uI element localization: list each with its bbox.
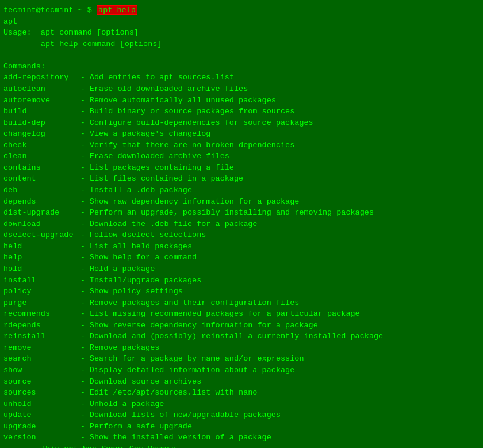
table-row: deb - Install a .deb package <box>3 185 383 196</box>
table-row: build-dep - Configure build-dependencies… <box>3 117 383 129</box>
command-name: purge <box>3 297 80 309</box>
command-name: deb <box>3 185 80 196</box>
command-desc: - Erase old downloaded archive files <box>80 83 384 95</box>
command-name: show <box>3 365 80 376</box>
table-row: upgrade - Perform a safe upgrade <box>3 421 383 432</box>
table-row: help - Show help for a command <box>3 252 383 263</box>
command-name: content <box>3 173 80 185</box>
command-name: search <box>3 353 80 365</box>
command-name: dist-upgrade <box>3 207 80 219</box>
command-name: policy <box>3 286 80 297</box>
command-desc: - Verify that there are no broken depend… <box>80 140 384 151</box>
apt-line: apt <box>3 16 480 28</box>
prompt-line-1: tecmint@tecmint ~ $ apt help <box>3 5 480 16</box>
table-row: dselect-upgrade - Follow dselect selecti… <box>3 229 383 241</box>
command-desc: - Show the installed version of a packag… <box>80 432 384 443</box>
command-name: upgrade <box>3 421 80 432</box>
table-row: depends - Show raw dependency informatio… <box>3 196 383 208</box>
command-name: check <box>3 140 80 151</box>
command-highlight: apt help <box>97 5 137 15</box>
table-row: dist-upgrade - Perform an upgrade, possi… <box>3 207 383 219</box>
command-name: dselect-upgrade <box>3 229 80 241</box>
super-cow-line: This apt has Super Cow Powers <box>3 443 480 448</box>
table-row: changelog - View a package's changelog <box>3 128 383 140</box>
command-name: autoremove <box>3 95 80 106</box>
blank-line-1 <box>3 49 480 61</box>
command-desc: - Download lists of new/upgradable packa… <box>80 409 384 421</box>
command-desc: - Show reverse dependency information fo… <box>80 320 384 331</box>
command-name: unhold <box>3 399 80 410</box>
command-name: add-repository <box>3 72 80 83</box>
command-name: download <box>3 219 80 230</box>
command-desc: - Install a .deb package <box>80 185 384 196</box>
command-name: build-dep <box>3 117 80 129</box>
command-desc: - List all held packages <box>80 241 384 252</box>
command-desc: - Download source archives <box>80 376 384 388</box>
command-desc: - Add entries to apt sources.list <box>80 72 384 83</box>
table-row: autoclean - Erase old downloaded archive… <box>3 83 383 95</box>
command-name: held <box>3 241 80 252</box>
table-row: search - Search for a package by name an… <box>3 353 383 365</box>
command-desc: - Remove packages <box>80 342 384 354</box>
command-name: build <box>3 106 80 117</box>
table-row: purge - Remove packages and their config… <box>3 297 383 309</box>
usage-line-1: Usage: apt command [options] <box>3 27 480 39</box>
command-desc: - Perform a safe upgrade <box>80 421 384 432</box>
table-row: update - Download lists of new/upgradabl… <box>3 409 383 421</box>
command-desc: - Show policy settings <box>80 286 384 297</box>
command-name: reinstall <box>3 331 80 342</box>
command-name: source <box>3 376 80 388</box>
table-row: version - Show the installed version of … <box>3 432 383 443</box>
table-row: recommends - List missing recommended pa… <box>3 308 383 320</box>
command-name: changelog <box>3 128 80 140</box>
table-row: download - Download the .deb file for a … <box>3 219 383 230</box>
prompt-text-1: tecmint@tecmint ~ $ <box>3 6 97 14</box>
table-row: remove - Remove packages <box>3 342 383 354</box>
command-name: autoclean <box>3 83 80 95</box>
command-desc: - Configure build-dependencies for sourc… <box>80 117 384 129</box>
command-desc: - Download and (possibly) reinstall a cu… <box>80 331 384 342</box>
command-desc: - View a package's changelog <box>80 128 384 140</box>
commands-label: Commands: <box>3 61 480 72</box>
command-desc: - List missing recommended packages for … <box>80 308 384 320</box>
command-desc: - Edit /etc/apt/sources.list with nano <box>80 387 384 399</box>
command-desc: - Hold a package <box>80 263 384 275</box>
command-desc: - Perform an upgrade, possibly installin… <box>80 207 384 219</box>
command-desc: - Show raw dependency information for a … <box>80 196 384 208</box>
command-name: remove <box>3 342 80 354</box>
table-row: contains - List packages containing a fi… <box>3 162 383 174</box>
table-row: show - Display detailed information abou… <box>3 365 383 376</box>
command-name: recommends <box>3 308 80 320</box>
command-name: clean <box>3 151 80 162</box>
table-row: sources - Edit /etc/apt/sources.list wit… <box>3 387 383 399</box>
table-row: policy - Show policy settings <box>3 286 383 297</box>
command-desc: - Install/upgrade packages <box>80 275 384 286</box>
command-desc: - Display detailed information about a p… <box>80 365 384 376</box>
table-row: check - Verify that there are no broken … <box>3 140 383 151</box>
command-name: sources <box>3 387 80 399</box>
terminal-window: tecmint@tecmint ~ $ apt help apt Usage: … <box>3 5 480 448</box>
command-desc: - Show help for a command <box>80 252 384 263</box>
commands-table: add-repository - Add entries to apt sour… <box>3 72 383 443</box>
table-row: clean - Erase downloaded archive files <box>3 151 383 162</box>
table-row: add-repository - Add entries to apt sour… <box>3 72 383 83</box>
command-name: install <box>3 275 80 286</box>
table-row: reinstall - Download and (possibly) rein… <box>3 331 383 342</box>
table-row: rdepends - Show reverse dependency infor… <box>3 320 383 331</box>
table-row: held - List all held packages <box>3 241 383 252</box>
command-name: rdepends <box>3 320 80 331</box>
table-row: install - Install/upgrade packages <box>3 275 383 286</box>
table-row: autoremove - Remove automatically all un… <box>3 95 383 106</box>
command-name: update <box>3 409 80 421</box>
command-name: help <box>3 252 80 263</box>
command-name: depends <box>3 196 80 208</box>
command-name: version <box>3 432 80 443</box>
table-row: source - Download source archives <box>3 376 383 388</box>
command-desc: - Remove automatically all unused packag… <box>80 95 384 106</box>
table-row: hold - Hold a package <box>3 263 383 275</box>
command-desc: - List packages containing a file <box>80 162 384 174</box>
command-desc: - Erase downloaded archive files <box>80 151 384 162</box>
command-name: contains <box>3 162 80 174</box>
command-desc: - Download the .deb file for a package <box>80 219 384 230</box>
table-row: unhold - Unhold a package <box>3 399 383 410</box>
